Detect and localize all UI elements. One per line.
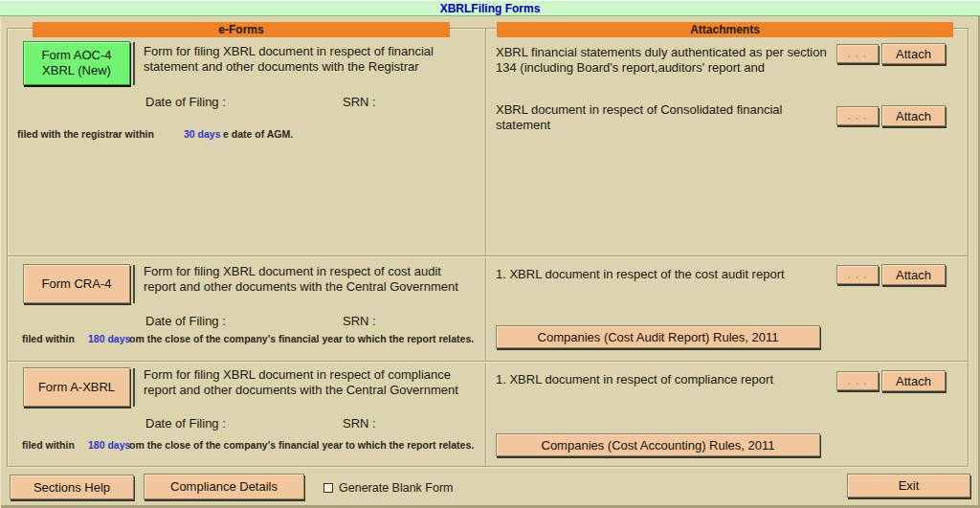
filed-within-suffix-3: om the close of the company's financial … [129,439,474,451]
sections-help-button[interactable]: Sections Help [10,475,134,499]
attachment-text-financial-statements: XBRL financial statements duly authentic… [496,45,829,77]
filed-within-suffix-1: e date of AGM. [223,128,293,140]
generate-blank-form-checkbox[interactable] [323,483,333,493]
filed-within-days-1: 30 days [184,128,221,140]
attachments-header: Attachments [497,22,953,37]
button-separator-line [133,368,135,407]
eforms-header: e-Forms [33,22,450,37]
form-cra4-description: Form for filing XBRL document in respect… [144,264,477,296]
cost-audit-rules-button[interactable]: Companies (Cost Audit Report) Rules, 201… [496,325,820,348]
date-of-filing-label-3: Date of Filing : [145,416,226,431]
form-a-xbrl-description: Form for filing XBRL document in respect… [144,367,477,399]
srn-label-1: SRN : [343,95,376,109]
filed-within-prefix-3: filed within [22,439,75,451]
content-panel [7,28,969,467]
srn-label-3: SRN : [343,416,376,431]
browse-button-1[interactable]: . . . [836,44,879,63]
date-of-filing-label-1: Date of Filing : [145,95,226,109]
form-cra4-button[interactable]: Form CRA-4 [23,264,130,303]
browse-button-3[interactable]: . . . [836,265,879,284]
date-of-filing-label-2: Date of Filing : [145,314,226,328]
form-a-xbrl-button[interactable]: Form A-XBRL [23,367,130,407]
attachment-text-consolidated: XBRL document in respect of Consolidated… [496,102,829,134]
attach-button-1[interactable]: Attach [881,43,946,64]
attachment-text-compliance: 1. XBRL document in respect of complianc… [496,372,831,387]
column-divider [485,29,486,466]
section-divider-1 [8,255,968,256]
generate-blank-form-label: Generate Blank Form [339,481,454,495]
attach-button-3[interactable]: Attach [881,264,946,285]
srn-label-2: SRN : [343,314,376,328]
browse-button-4[interactable]: . . . [836,371,879,390]
button-separator-line [133,265,135,303]
form-aoc4-label-line1: Form AOC-4 [42,48,112,63]
form-aoc4-xbrl-button[interactable]: Form AOC-4 XBRL (New) [23,41,130,85]
filed-within-days-2: 180 days [88,333,130,344]
filed-within-prefix-1: filed with the registrar within [17,128,154,140]
exit-button[interactable]: Exit [847,474,970,497]
compliance-details-button[interactable]: Compliance Details [144,474,304,499]
button-separator-line [133,42,135,85]
cost-accounting-rules-button[interactable]: Companies (Cost Accounting) Rules, 2011 [496,433,820,456]
filed-within-days-3: 180 days [88,439,130,451]
form-aoc4-label-line2: XBRL (New) [42,63,111,78]
attach-button-4[interactable]: Attach [881,370,946,391]
filed-within-prefix-2: filed within [22,333,75,344]
browse-button-2[interactable]: . . . [836,106,879,125]
attach-button-2[interactable]: Attach [881,105,946,126]
section-divider-2 [8,361,968,362]
filed-within-suffix-2: om the close of the company's financial … [129,333,474,344]
form-aoc4-description: Form for filing XBRL document in respect… [144,44,467,76]
window-title: XBRLFiling Forms [440,2,541,15]
attachment-text-cost-audit: 1. XBRL document in respect of the cost … [496,267,831,282]
xbrl-filing-forms-window: XBRLFiling Forms e-Forms Attachments For… [0,0,980,508]
title-bar: XBRLFiling Forms [0,0,980,16]
